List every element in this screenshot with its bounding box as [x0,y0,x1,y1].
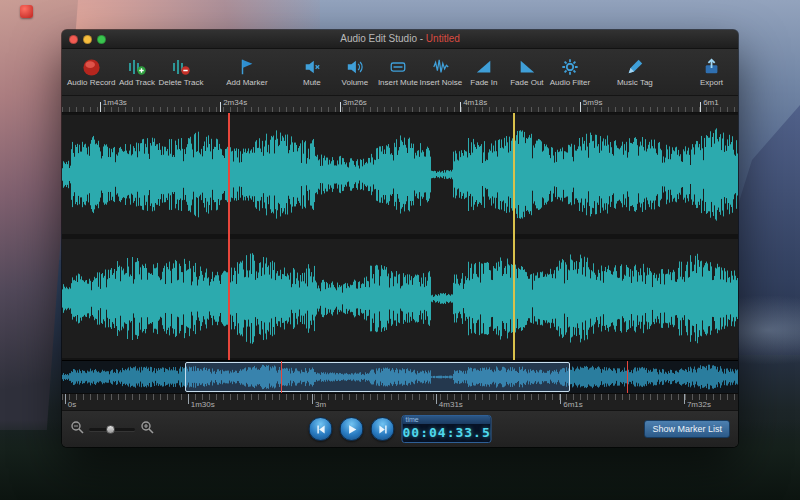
time-label: 1m30s [191,400,215,409]
toolbar-fade-in-button[interactable]: Fade In [462,51,505,93]
toolbar-label: Insert Mute [378,78,418,87]
audio-filter-icon [561,57,579,77]
view-selection-box[interactable] [185,362,570,392]
title-bar[interactable]: Audio Edit Studio - Untitled [62,30,738,49]
play-button[interactable] [340,417,364,441]
time-label: 1m43s [103,98,127,107]
toolbar-delete-track-button[interactable]: Delete Track [158,51,203,93]
toolbar-label: Add Track [119,78,155,87]
time-label: 6m1 [703,98,719,107]
traffic-lights [62,35,106,44]
insert-mute-icon [389,57,407,77]
toolbar-volume-button[interactable]: Volume [333,51,376,93]
time-display-caption: time [403,416,491,424]
toolbar-label: Audio Filter [550,78,590,87]
minimize-button[interactable] [83,35,92,44]
time-display-value: 00:04:33.58 [403,424,491,442]
toolbar-add-track-button[interactable]: Add Track [115,51,158,93]
next-icon [376,423,389,436]
overview-marker-1[interactable] [281,361,282,393]
next-button[interactable] [371,417,395,441]
track-1-waveform[interactable] [62,115,738,234]
toolbar: Audio RecordAdd TrackDelete TrackAdd Mar… [62,49,738,96]
toolbar-insert-mute-button[interactable]: Insert Mute [376,51,419,93]
toolbar-label: Insert Noise [420,78,463,87]
overview-ruler[interactable]: 0s1m30s3m4m31s6m1s7m32s [62,393,738,410]
marker-yellow-line[interactable] [513,113,515,360]
insert-noise-icon [432,57,450,77]
play-icon [345,423,358,436]
ruler-major-tick [100,102,101,112]
overview-strip[interactable] [62,360,738,393]
time-label: 6m1s [563,400,583,409]
zoom-in-icon[interactable] [140,420,154,438]
time-label: 4m31s [439,400,463,409]
window-title-document: Untitled [426,33,460,44]
timeline-ruler[interactable]: 1m43s2m34s3m26s4m18s5m9s6m1 [62,96,738,113]
window-title-app: Audio Edit Studio - [340,33,426,44]
toolbar-audio-filter-button[interactable]: Audio Filter [548,51,591,93]
window-title: Audio Edit Studio - Untitled [62,30,738,48]
menubar-app-icon[interactable] [20,5,33,18]
track-2-waveform[interactable] [62,239,738,358]
export-icon [703,57,721,77]
time-label: 2m34s [223,98,247,107]
toolbar-label: Export [700,78,723,87]
playback-group: time 00:04:33.58 [309,415,492,443]
zoom-out-icon[interactable] [70,420,84,438]
toolbar-fade-out-button[interactable]: Fade Out [505,51,548,93]
track-1[interactable] [62,115,738,234]
close-button[interactable] [69,35,78,44]
time-label: 4m18s [463,98,487,107]
toolbar-label: Audio Record [67,78,115,87]
toolbar-add-marker-button[interactable]: Add Marker [225,51,268,93]
toolbar-label: Fade Out [510,78,543,87]
add-marker-icon [238,57,256,77]
music-tag-icon [626,57,644,77]
toolbar-label: Volume [342,78,369,87]
previous-button[interactable] [309,417,333,441]
toolbar-insert-noise-button[interactable]: Insert Noise [419,51,462,93]
fade-in-icon [475,57,493,77]
record-icon [82,57,101,77]
track-area[interactable] [62,113,738,360]
toolbar-music-tag-button[interactable]: Music Tag [613,51,656,93]
delete-track-icon [171,57,191,77]
add-track-icon [127,57,147,77]
ruler-major-tick [340,102,341,112]
ruler-major-tick [684,394,685,404]
show-marker-list-button[interactable]: Show Marker List [644,420,730,438]
zoom-slider[interactable] [89,428,135,431]
playhead-red-line[interactable] [228,113,230,360]
toolbar-mute-button[interactable]: Mute [290,51,333,93]
time-label: 3m26s [343,98,367,107]
toolbar-audio-record-button[interactable]: Audio Record [67,51,115,93]
track-2[interactable] [62,239,738,358]
time-display: time 00:04:33.58 [402,415,492,443]
overview-marker-2[interactable] [627,361,628,393]
audio-edit-studio-window: Audio Edit Studio - Untitled Audio Recor… [62,30,738,447]
ruler-major-tick [188,394,189,404]
ruler-major-tick [700,102,701,112]
zoom-control [70,420,154,438]
prev-icon [314,423,327,436]
ruler-major-tick [312,394,313,404]
ruler-major-tick [436,394,437,404]
ruler-major-tick [65,394,66,404]
ruler-major-tick [220,102,221,112]
toolbar-label: Delete Track [158,78,203,87]
time-label: 7m32s [687,400,711,409]
time-label: 0s [68,400,76,409]
zoom-button[interactable] [97,35,106,44]
playback-buttons [309,417,395,441]
ruler-major-tick [460,102,461,112]
time-label: 5m9s [583,98,603,107]
toolbar-export-button[interactable]: Export [690,51,733,93]
mute-icon [303,57,321,77]
zoom-slider-thumb[interactable] [106,425,115,434]
ruler-major-tick [560,394,561,404]
fade-out-icon [518,57,536,77]
toolbar-label: Add Marker [226,78,267,87]
toolbar-label: Fade In [470,78,497,87]
toolbar-label: Music Tag [617,78,653,87]
